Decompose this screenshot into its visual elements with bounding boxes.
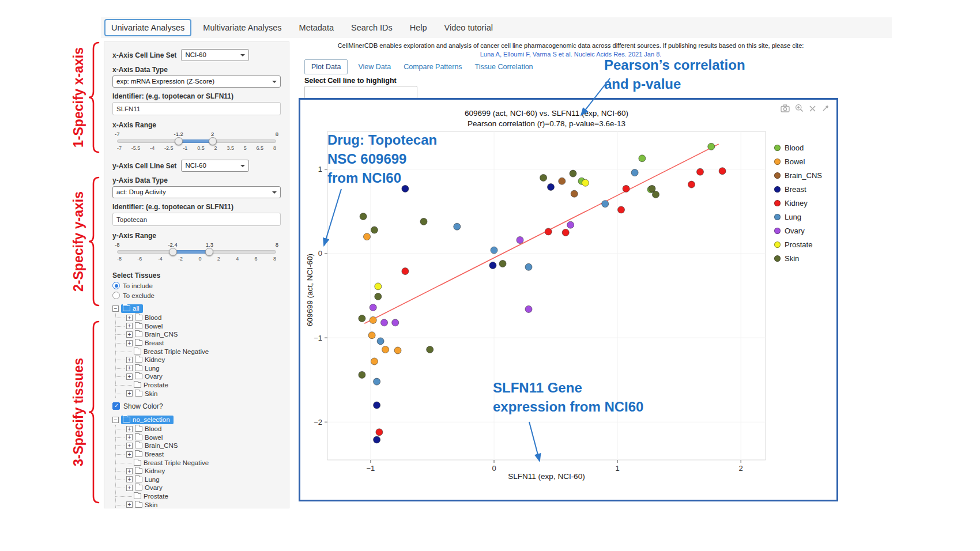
tissue-blood-exclude[interactable]: +Blood (116, 425, 281, 433)
expand-icon[interactable]: + (126, 373, 133, 380)
folder-icon (135, 435, 142, 440)
nav-tab-search-ids[interactable]: Search IDs (345, 20, 398, 35)
legend-ovary[interactable]: Ovary (774, 227, 822, 235)
legend-lung[interactable]: Lung (774, 213, 822, 221)
legend-prostate[interactable]: Prostate (774, 240, 822, 249)
tab-view-data[interactable]: View Data (356, 60, 393, 74)
tissue-ovary-include[interactable]: +Ovary (116, 372, 281, 381)
slider-high-value: 1.3 (206, 241, 213, 248)
expand-icon[interactable]: + (126, 340, 133, 346)
nav-tab-univariate-analyses[interactable]: Univariate Analyses (104, 19, 191, 36)
tissue-breast-exclude[interactable]: +Breast (116, 450, 281, 459)
tissue-bowel-include[interactable]: +Bowel (116, 322, 281, 331)
x-range-slider[interactable]: -7 8 -1.2 2 -7-5.5-4-2.5-10.523.556.58 (117, 131, 276, 155)
citation-link[interactable]: Luna A, Elloumi F, Varma S et al. Nuclei… (300, 50, 842, 58)
tree-root-no-selection[interactable]: − no_selection (112, 415, 281, 425)
show-color-row[interactable]: Show Color? (112, 402, 281, 410)
tab-plot-data[interactable]: Plot Data (304, 59, 348, 74)
chart-title: 609699 (act, NCI-60) vs. SLFN11 (exp, NC… (327, 109, 766, 118)
tab-tissue-correlation[interactable]: Tissue Correlation (473, 60, 536, 74)
expand-icon[interactable]: + (126, 501, 133, 508)
legend-dot (774, 172, 781, 179)
brace-tissues (88, 320, 100, 504)
svg-text:−1: −1 (314, 334, 322, 342)
tissue-skin-include[interactable]: +Skin (116, 389, 281, 398)
y-cell-line-set-label: y-Axis Cell Line Set (112, 162, 176, 170)
expand-icon[interactable]: + (126, 451, 133, 458)
show-color-checkbox[interactable] (112, 402, 120, 410)
tissue-lung-include[interactable]: +Lung (116, 364, 281, 373)
tissue-breast-triple-negative-exclude[interactable]: Breast Triple Negative (116, 458, 281, 467)
expand-icon[interactable]: + (126, 434, 133, 440)
annotation-pearson: Pearson’s correlation and p-value (604, 55, 745, 93)
slider-ticks: -8-6-4-202468 (117, 256, 276, 262)
nav-tab-help[interactable]: Help (404, 20, 433, 35)
y-data-type-value: act: Drug Activity (116, 188, 166, 195)
legend-bowel[interactable]: Bowel (774, 157, 822, 166)
slider-handle-high[interactable] (209, 137, 217, 145)
tissue-breast-triple-negative-include[interactable]: Breast Triple Negative (116, 347, 281, 356)
slider-min-label: -7 (115, 131, 119, 137)
tissue-kidney-exclude[interactable]: +Kidney (116, 467, 281, 475)
tree-root-all[interactable]: − all (112, 304, 281, 314)
expand-icon[interactable]: + (126, 426, 133, 432)
legend-dot (774, 145, 781, 151)
legend-dot (774, 228, 781, 234)
expand-icon[interactable]: + (126, 323, 133, 329)
tissue-lung-exclude[interactable]: +Lung (116, 475, 281, 484)
expand-icon[interactable]: + (126, 365, 133, 371)
collapse-icon[interactable]: − (112, 417, 119, 423)
legend-brain-cns[interactable]: Brain_CNS (774, 171, 822, 180)
tissue-breast-include[interactable]: +Breast (116, 339, 281, 348)
tissue-prostate-exclude[interactable]: Prostate (116, 492, 281, 501)
expand-icon[interactable]: + (126, 443, 133, 449)
expand-icon[interactable]: + (126, 331, 133, 338)
tissue-bowel-exclude[interactable]: +Bowel (116, 433, 281, 442)
tissue-skin-exclude[interactable]: +Skin (116, 500, 281, 508)
tissue-ovary-exclude[interactable]: +Ovary (116, 484, 281, 492)
step-label-tissues: 3-Specify tissues (71, 358, 86, 466)
y-identifier-input[interactable] (112, 213, 281, 226)
radio-to-include[interactable]: To include (112, 282, 281, 289)
tab-compare-patterns[interactable]: Compare Patterns (401, 60, 464, 74)
x-cell-line-set-select[interactable]: NCI-60 (181, 49, 249, 61)
expand-icon[interactable]: + (126, 357, 133, 363)
close-icon[interactable] (809, 104, 816, 115)
radio-to-exclude[interactable]: To exclude (112, 292, 281, 299)
slider-handle-low[interactable] (175, 137, 183, 145)
x-identifier-input[interactable] (112, 102, 281, 115)
camera-icon[interactable] (781, 104, 790, 115)
tissue-kidney-include[interactable]: +Kidney (116, 356, 281, 364)
folder-icon (135, 443, 142, 448)
expand-icon[interactable]: + (126, 468, 133, 474)
expand-icon[interactable]: + (126, 485, 133, 491)
y-identifier-label: Identifier: (e.g. topotecan or SLFN11) (112, 203, 281, 211)
legend-breast[interactable]: Breast (774, 185, 822, 194)
nav-tab-multivariate-analyses[interactable]: Multivariate Analyses (197, 20, 287, 35)
legend-skin[interactable]: Skin (774, 254, 822, 263)
legend-blood[interactable]: Blood (774, 144, 822, 152)
tissue-prostate-include[interactable]: Prostate (116, 381, 281, 390)
y-range-slider[interactable]: -8 8 -2.4 1.3 -8-6-4-202468 (117, 241, 276, 266)
tissue-brain-cns-exclude[interactable]: +Brain_CNS (116, 441, 281, 450)
x-data-type-select[interactable]: exp: mRNA Expression (Z-Score) (112, 76, 281, 88)
expand-icon[interactable]: + (126, 390, 133, 397)
slider-handle-high[interactable] (205, 248, 213, 256)
legend-kidney[interactable]: Kidney (774, 199, 822, 207)
nav-tab-metadata[interactable]: Metadata (293, 20, 340, 35)
tissue-brain-cns-include[interactable]: +Brain_CNS (116, 330, 281, 339)
diagonal-arrow-icon[interactable] (821, 104, 830, 115)
zoom-in-icon[interactable] (795, 104, 804, 115)
svg-text:0: 0 (492, 464, 496, 473)
x-data-type-label: x-Axis Data Type (112, 66, 281, 74)
expand-icon[interactable]: + (126, 476, 133, 482)
collapse-icon[interactable]: − (112, 305, 119, 312)
slider-handle-low[interactable] (169, 248, 177, 256)
y-data-type-select[interactable]: act: Drug Activity (112, 186, 281, 198)
cell-line-highlight-input[interactable] (304, 86, 417, 99)
radio-icon (112, 282, 120, 289)
tissue-blood-include[interactable]: +Blood (116, 314, 281, 322)
y-cell-line-set-select[interactable]: NCI-60 (181, 160, 249, 172)
nav-tab-video-tutorial[interactable]: Video tutorial (439, 20, 499, 35)
expand-icon[interactable]: + (126, 315, 133, 321)
